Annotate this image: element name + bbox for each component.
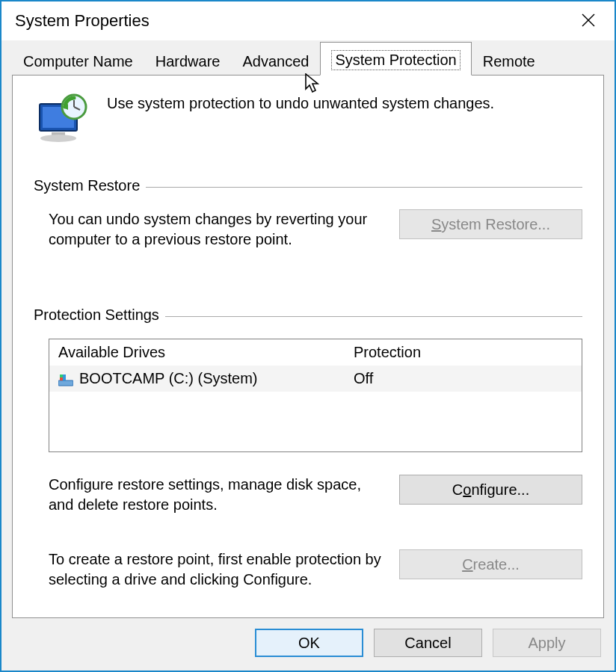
divider bbox=[146, 187, 582, 188]
svg-rect-10 bbox=[58, 380, 73, 386]
tab-system-protection[interactable]: System Protection bbox=[320, 42, 471, 75]
system-restore-description: You can undo system changes by reverting… bbox=[49, 209, 384, 250]
drive-icon bbox=[58, 373, 73, 385]
close-icon bbox=[582, 13, 595, 27]
drive-protection: Off bbox=[354, 370, 573, 387]
tab-system-protection-label: System Protection bbox=[331, 50, 460, 70]
ok-button[interactable]: OK bbox=[255, 629, 363, 657]
group-protection-settings-label: Protection Settings bbox=[34, 306, 159, 324]
dialog-footer: OK Cancel Apply bbox=[12, 618, 604, 660]
create-description: To create a restore point, first enable … bbox=[49, 549, 384, 590]
tab-advanced[interactable]: Advanced bbox=[231, 46, 320, 75]
create-row: To create a restore point, first enable … bbox=[49, 549, 582, 590]
create-button: Create... bbox=[399, 549, 582, 579]
drive-name: BOOTCAMP (C:) (System) bbox=[79, 370, 258, 387]
system-properties-window: System Properties Computer Name Hardware… bbox=[0, 0, 616, 672]
tab-content: Use system protection to undo unwanted s… bbox=[12, 75, 604, 618]
titlebar: System Properties bbox=[1, 1, 615, 40]
cancel-button[interactable]: Cancel bbox=[374, 629, 482, 657]
window-title: System Properties bbox=[15, 11, 150, 31]
intro-text: Use system protection to undo unwanted s… bbox=[107, 93, 494, 112]
tabstrip: Computer Name Hardware Advanced System P… bbox=[12, 40, 604, 75]
col-header-protection: Protection bbox=[354, 344, 573, 361]
intro-row: Use system protection to undo unwanted s… bbox=[34, 93, 582, 146]
svg-rect-13 bbox=[63, 374, 66, 380]
tab-computer-name[interactable]: Computer Name bbox=[12, 46, 144, 75]
drive-row[interactable]: BOOTCAMP (C:) (System) Off bbox=[49, 366, 582, 392]
group-system-restore: System Restore bbox=[34, 177, 582, 194]
col-header-drives: Available Drives bbox=[58, 344, 354, 361]
system-restore-button: System Restore... bbox=[399, 209, 582, 239]
client-area: Computer Name Hardware Advanced System P… bbox=[1, 40, 615, 671]
group-protection-settings: Protection Settings bbox=[34, 306, 582, 324]
configure-description: Configure restore settings, manage disk … bbox=[49, 475, 384, 515]
divider bbox=[165, 316, 582, 317]
drives-list[interactable]: Available Drives Protection bbox=[49, 339, 582, 452]
svg-point-5 bbox=[40, 135, 76, 142]
system-protection-icon bbox=[34, 93, 93, 146]
group-system-restore-label: System Restore bbox=[34, 177, 140, 194]
tab-hardware[interactable]: Hardware bbox=[144, 46, 232, 75]
tab-remote[interactable]: Remote bbox=[472, 46, 546, 75]
configure-row: Configure restore settings, manage disk … bbox=[49, 475, 582, 515]
drives-list-header: Available Drives Protection bbox=[49, 339, 582, 366]
system-restore-row: You can undo system changes by reverting… bbox=[49, 209, 582, 250]
apply-button: Apply bbox=[493, 629, 601, 657]
close-button[interactable] bbox=[573, 7, 604, 33]
configure-button[interactable]: Configure... bbox=[399, 475, 582, 505]
